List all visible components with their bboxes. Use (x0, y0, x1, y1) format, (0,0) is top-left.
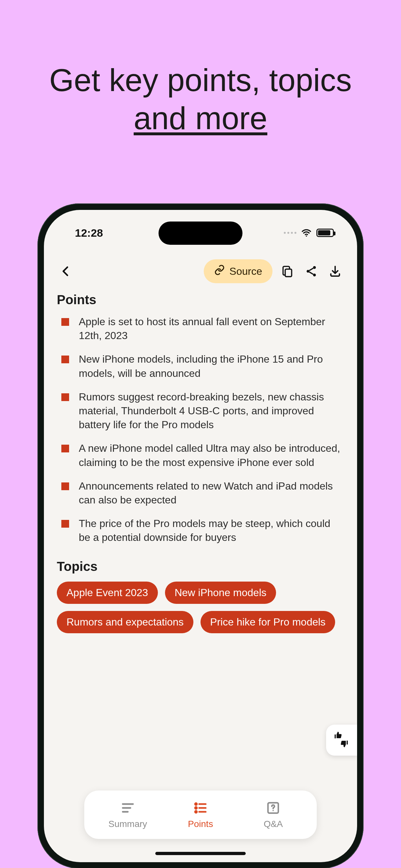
list-item: Apple is set to host its annual fall eve… (57, 315, 344, 343)
phone-mockup: 12:28 (37, 204, 364, 868)
topic-chip[interactable]: Rumors and expectations (57, 611, 193, 633)
dynamic-island (158, 221, 243, 245)
bullet-icon (61, 355, 69, 363)
cellular-icon (284, 232, 297, 234)
bullet-icon (61, 393, 69, 401)
point-text: The price of the Pro models may be steep… (79, 517, 344, 545)
battery-icon (316, 228, 334, 237)
point-text: Announcements related to new Watch and i… (79, 479, 344, 507)
link-icon (214, 265, 225, 278)
status-time: 12:28 (75, 227, 103, 239)
app-content: Source Points Apple (44, 255, 357, 862)
thumbs-icon (334, 732, 349, 748)
tab-summary[interactable]: Summary (96, 800, 160, 829)
topics-section: Topics Apple Event 2023 New iPhone model… (57, 559, 344, 633)
svg-point-10 (195, 811, 197, 813)
topics-list: Apple Event 2023 New iPhone models Rumor… (57, 582, 344, 633)
share-button[interactable] (302, 262, 320, 280)
copy-button[interactable] (278, 262, 297, 280)
summary-icon (120, 800, 135, 817)
point-text: New iPhone models, including the iPhone … (79, 352, 344, 380)
list-item: New iPhone models, including the iPhone … (57, 352, 344, 380)
feedback-button[interactable] (326, 724, 357, 755)
promo-heading: Get key points, topics and more (0, 0, 401, 139)
point-text: Rumors suggest record-breaking bezels, n… (79, 390, 344, 432)
svg-point-15 (273, 810, 274, 811)
list-item: Rumors suggest record-breaking bezels, n… (57, 390, 344, 432)
bottom-nav: Summary Points Q&A (84, 790, 317, 839)
topic-chip[interactable]: Apple Event 2023 (57, 582, 158, 604)
status-right (284, 227, 334, 238)
phone-screen: 12:28 (44, 210, 357, 862)
points-list: Apple is set to host its annual fall eve… (57, 315, 344, 545)
nav-label: Summary (109, 819, 147, 829)
list-item: The price of the Pro models may be steep… (57, 517, 344, 545)
bullet-icon (61, 483, 69, 490)
bullet-icon (61, 520, 69, 528)
svg-point-2 (313, 266, 316, 269)
points-heading: Points (57, 292, 344, 307)
topic-chip[interactable]: New iPhone models (165, 582, 276, 604)
source-label: Source (229, 266, 262, 277)
point-text: Apple is set to host its annual fall eve… (79, 315, 344, 343)
svg-point-9 (195, 807, 197, 809)
qa-icon (266, 800, 281, 817)
points-icon (193, 800, 208, 817)
back-button[interactable] (57, 262, 75, 280)
top-bar: Source (57, 255, 344, 287)
nav-label: Q&A (264, 819, 283, 829)
tab-points[interactable]: Points (168, 800, 233, 829)
svg-rect-1 (285, 269, 291, 276)
nav-label: Points (188, 819, 213, 829)
promo-line-1: Get key points, topics (0, 63, 401, 98)
download-button[interactable] (326, 262, 344, 280)
svg-point-0 (306, 236, 307, 237)
list-item: A new iPhone model called Ultra may also… (57, 441, 344, 469)
tab-qa[interactable]: Q&A (241, 800, 305, 829)
home-indicator[interactable] (155, 852, 246, 855)
bullet-icon (61, 318, 69, 326)
topic-chip[interactable]: Price hike for Pro models (201, 611, 335, 633)
point-text: A new iPhone model called Ultra may also… (79, 441, 344, 469)
source-button[interactable]: Source (204, 259, 273, 283)
topics-heading: Topics (57, 559, 344, 574)
svg-point-3 (307, 270, 310, 273)
svg-point-8 (195, 803, 197, 805)
promo-line-2: and more (0, 98, 401, 139)
list-item: Announcements related to new Watch and i… (57, 479, 344, 507)
bullet-icon (61, 445, 69, 453)
phone-frame: 12:28 (37, 204, 364, 868)
wifi-icon (301, 227, 312, 238)
svg-point-4 (313, 274, 316, 276)
